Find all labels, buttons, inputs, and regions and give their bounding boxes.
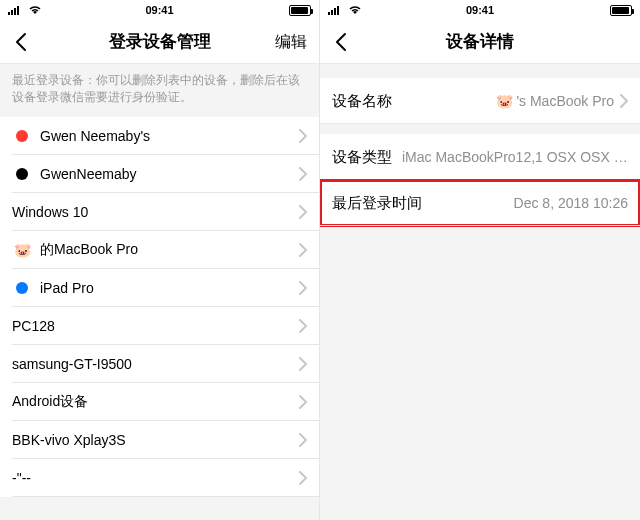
- battery-icon: [289, 5, 311, 16]
- device-name-label: 设备名称: [332, 92, 392, 111]
- device-list-screen: 09:41 登录设备管理 编辑 最近登录设备：你可以删除列表中的设备，删除后在该…: [0, 0, 320, 520]
- page-title: 设备详情: [446, 30, 514, 53]
- chevron-right-icon: [299, 205, 307, 219]
- svg-rect-5: [331, 10, 333, 15]
- back-button[interactable]: [6, 27, 36, 57]
- device-row[interactable]: 🐷的MacBook Pro: [0, 231, 319, 269]
- page-title: 登录设备管理: [109, 30, 211, 53]
- svg-rect-0: [8, 12, 10, 15]
- device-type-value: iMac MacBookPro12,1 OSX OSX 10.12.6...: [392, 149, 628, 165]
- wifi-icon: [348, 5, 362, 15]
- chevron-right-icon: [299, 357, 307, 371]
- svg-rect-4: [328, 12, 330, 15]
- device-type-label: 设备类型: [332, 148, 392, 167]
- device-row[interactable]: BBK-vivo Xplay3S: [0, 421, 319, 459]
- chevron-right-icon: [299, 281, 307, 295]
- chevron-right-icon: [299, 129, 307, 143]
- signal-icon: [8, 5, 24, 15]
- chevron-right-icon: [299, 319, 307, 333]
- device-label: -"--: [12, 470, 299, 486]
- pig-icon: 🐷: [496, 93, 513, 109]
- battery-icon: [610, 5, 632, 16]
- svg-rect-2: [14, 8, 16, 15]
- device-row[interactable]: samsung-GT-I9500: [0, 345, 319, 383]
- device-row[interactable]: -"--: [0, 459, 319, 497]
- hint-text: 最近登录设备：你可以删除列表中的设备，删除后在该设备登录微信需要进行身份验证。: [0, 64, 319, 117]
- nav-bar: 登录设备管理 编辑: [0, 20, 319, 64]
- device-detail-screen: 09:41 设备详情 设备名称 🐷 's MacBook Pro: [320, 0, 640, 520]
- device-label: 的MacBook Pro: [40, 241, 299, 259]
- wifi-icon: [28, 5, 42, 15]
- signal-icon: [328, 5, 344, 15]
- device-list: Gwen Neemaby'sGwenNeemabyWindows 10🐷的Mac…: [0, 117, 319, 497]
- device-name-value: 🐷 's MacBook Pro: [392, 93, 614, 109]
- device-row[interactable]: GwenNeemaby: [0, 155, 319, 193]
- status-time: 09:41: [466, 4, 494, 16]
- chevron-right-icon: [299, 395, 307, 409]
- device-row[interactable]: PC128: [0, 307, 319, 345]
- red-dot-icon: [12, 130, 32, 142]
- last-login-row: 最后登录时间 Dec 8, 2018 10:26: [320, 180, 640, 226]
- chevron-right-icon: [299, 433, 307, 447]
- svg-rect-3: [17, 6, 19, 15]
- status-bar: 09:41: [320, 0, 640, 20]
- chevron-right-icon: [299, 243, 307, 257]
- chevron-right-icon: [299, 471, 307, 485]
- device-label: samsung-GT-I9500: [12, 356, 299, 372]
- chevron-right-icon: [620, 94, 628, 108]
- device-label: Android设备: [12, 393, 299, 411]
- status-time: 09:41: [145, 4, 173, 16]
- status-bar: 09:41: [0, 0, 319, 20]
- device-label: iPad Pro: [40, 280, 299, 296]
- device-type-row: 设备类型 iMac MacBookPro12,1 OSX OSX 10.12.6…: [320, 134, 640, 180]
- black-dot-icon: [12, 168, 32, 180]
- last-login-label: 最后登录时间: [332, 194, 422, 213]
- device-row[interactable]: Gwen Neemaby's: [0, 117, 319, 155]
- device-row[interactable]: Windows 10: [0, 193, 319, 231]
- svg-rect-1: [11, 10, 13, 15]
- last-login-value: Dec 8, 2018 10:26: [422, 195, 628, 211]
- edit-button[interactable]: 编辑: [275, 31, 307, 52]
- device-row[interactable]: iPad Pro: [0, 269, 319, 307]
- blue-dot-icon: [12, 282, 32, 294]
- device-label: GwenNeemaby: [40, 166, 299, 182]
- chevron-right-icon: [299, 167, 307, 181]
- device-label: Gwen Neemaby's: [40, 128, 299, 144]
- back-button[interactable]: [326, 27, 356, 57]
- pig-icon: 🐷: [12, 242, 32, 258]
- svg-rect-6: [334, 8, 336, 15]
- device-label: Windows 10: [12, 204, 299, 220]
- nav-bar: 设备详情: [320, 20, 640, 64]
- svg-rect-7: [337, 6, 339, 15]
- device-name-row[interactable]: 设备名称 🐷 's MacBook Pro: [320, 78, 640, 124]
- device-label: PC128: [12, 318, 299, 334]
- device-row[interactable]: Android设备: [0, 383, 319, 421]
- device-label: BBK-vivo Xplay3S: [12, 432, 299, 448]
